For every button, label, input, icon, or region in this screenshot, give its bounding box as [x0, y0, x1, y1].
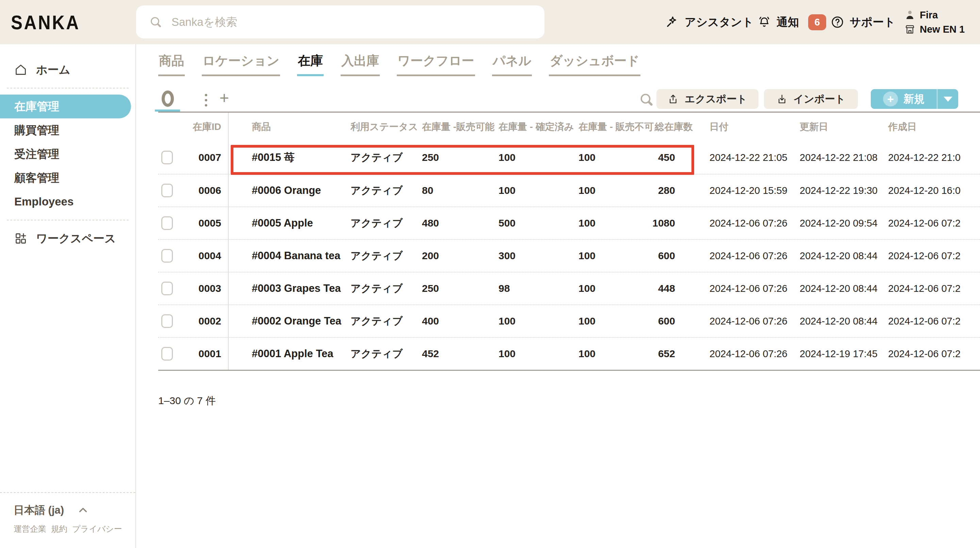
- sidebar-item-inventory[interactable]: 在庫管理: [0, 95, 131, 118]
- new-button[interactable]: + 新規: [871, 89, 958, 109]
- workspace-name: New EN 1: [920, 24, 965, 35]
- checkbox-cell: [158, 175, 189, 206]
- search-input[interactable]: [172, 16, 512, 29]
- row-checkbox[interactable]: [161, 184, 173, 197]
- cell-date: 2024-12-06 07:26: [694, 240, 783, 272]
- row-checkbox[interactable]: [161, 282, 173, 295]
- cell-updated: 2024-12-20 08:44: [783, 305, 873, 337]
- link-company[interactable]: 運営企業: [14, 524, 46, 534]
- column-header-committed[interactable]: 在庫量 - 確定済み: [495, 113, 575, 141]
- sidebar-item-label: 在庫管理: [14, 99, 59, 114]
- checkbox-cell: [158, 338, 189, 370]
- tab-products[interactable]: 商品: [158, 52, 185, 76]
- table-row[interactable]: 0002#0002 Orange Teaアクティブ400100100600202…: [158, 305, 980, 337]
- column-header-unsellable[interactable]: 在庫量 - 販売不可: [575, 113, 653, 141]
- sidebar-footer: 日本語 (ja) 運営企業 規約 プライバシー: [0, 492, 135, 548]
- cell-updated: 2024-12-20 08:44: [783, 272, 873, 305]
- store-icon: [904, 24, 915, 35]
- assistant-button[interactable]: アシスタント: [665, 0, 754, 44]
- cell-sellable: 452: [418, 338, 495, 370]
- notifications-button[interactable]: 通知 6: [757, 0, 826, 44]
- import-label: インポート: [794, 92, 846, 106]
- cell-total: 600: [653, 240, 694, 272]
- tab-workflows[interactable]: ワークフロー: [397, 52, 475, 76]
- column-header-sellable[interactable]: 在庫量 -販売可能: [418, 113, 495, 141]
- cell-unsellable: 100: [575, 141, 653, 174]
- export-button[interactable]: エクスポート: [656, 89, 759, 109]
- sidebar-item-employees[interactable]: Employees: [0, 190, 135, 214]
- cell-created: 2024-12-06 07:2: [873, 207, 980, 239]
- cell-updated: 2024-12-20 08:44: [783, 240, 873, 272]
- cell-id: 0001: [189, 338, 229, 370]
- sidebar-item-label: 受注管理: [14, 147, 59, 162]
- new-dropdown-button[interactable]: [937, 89, 958, 109]
- view-options-button[interactable]: [199, 92, 213, 108]
- row-checkbox[interactable]: [161, 347, 173, 361]
- help-icon: [830, 15, 845, 29]
- cell-updated: 2024-12-19 17:45: [783, 338, 873, 370]
- view-tab[interactable]: [158, 90, 183, 111]
- link-privacy[interactable]: プライバシー: [72, 524, 122, 534]
- checkbox-cell: [158, 207, 189, 239]
- cell-committed: 100: [495, 338, 575, 370]
- cell-id: 0004: [189, 240, 229, 272]
- column-header-updated[interactable]: 更新日: [783, 113, 873, 141]
- table-search-icon[interactable]: [639, 92, 654, 108]
- column-header-product[interactable]: 商品: [229, 113, 347, 141]
- table-row[interactable]: 0004#0004 Banana teaアクティブ200300100600202…: [158, 239, 980, 272]
- cell-product: #0002 Orange Tea: [229, 305, 347, 337]
- sidebar-item-label: Employees: [14, 195, 73, 208]
- table-row[interactable]: 0005#0005 Appleアクティブ48050010010802024-12…: [158, 206, 980, 239]
- global-search[interactable]: [136, 5, 544, 38]
- link-terms[interactable]: 規約: [51, 524, 67, 534]
- table-row-highlighted[interactable]: 0007#0015 苺アクティブ2501001004502024-12-22 2…: [158, 141, 980, 174]
- column-header-total[interactable]: 総在庫数: [653, 113, 694, 141]
- sidebar-item-workspace[interactable]: ワークスペース: [0, 227, 135, 250]
- row-checkbox[interactable]: [161, 216, 173, 230]
- sidebar-divider: [7, 220, 129, 221]
- app-logo: SANKA: [11, 0, 80, 44]
- cell-product: #0003 Grapes Tea: [229, 272, 347, 305]
- add-view-button[interactable]: +: [220, 88, 229, 108]
- cell-updated: 2024-12-20 09:54: [783, 207, 873, 239]
- row-checkbox[interactable]: [161, 314, 173, 328]
- new-label: 新規: [904, 92, 924, 106]
- table-row[interactable]: 0006#0006 Orangeアクティブ801001002802024-12-…: [158, 174, 980, 206]
- tab-in-out[interactable]: 入出庫: [340, 52, 380, 76]
- export-icon: [668, 94, 679, 105]
- row-checkbox[interactable]: [161, 249, 173, 263]
- tab-dashboards[interactable]: ダッシュボード: [549, 52, 640, 76]
- plus-icon: +: [883, 92, 898, 106]
- support-button[interactable]: サポート: [830, 0, 895, 44]
- sidebar-item-orders[interactable]: 受注管理: [0, 142, 135, 166]
- table-row[interactable]: 0001#0001 Apple Teaアクティブ4521001006522024…: [158, 337, 980, 370]
- column-header-date[interactable]: 日付: [694, 113, 783, 141]
- tab-panels[interactable]: パネル: [492, 52, 532, 76]
- sidebar-item-label: 購買管理: [14, 123, 59, 138]
- cell-id: 0002: [189, 305, 229, 337]
- cell-unsellable: 100: [575, 338, 653, 370]
- table-row[interactable]: 0003#0003 Grapes Teaアクティブ250981004482024…: [158, 272, 980, 305]
- chevron-up-icon: [78, 505, 89, 516]
- account-menu[interactable]: Fira New EN 1: [904, 0, 965, 44]
- column-header-status[interactable]: 利用ステータス: [347, 113, 418, 141]
- tab-inventory[interactable]: 在庫: [297, 52, 324, 76]
- import-button[interactable]: インポート: [764, 89, 858, 109]
- cell-date: 2024-12-06 07:26: [694, 338, 783, 370]
- sidebar-item-purchasing[interactable]: 購買管理: [0, 118, 135, 142]
- cell-id: 0007: [189, 141, 229, 174]
- cell-id: 0005: [189, 207, 229, 239]
- sidebar-item-home[interactable]: ホーム: [0, 58, 135, 82]
- tab-locations[interactable]: ロケーション: [202, 52, 280, 76]
- sidebar-item-customers[interactable]: 顧客管理: [0, 166, 135, 190]
- cell-status: アクティブ: [347, 175, 418, 206]
- language-selector[interactable]: 日本語 (ja): [14, 503, 135, 517]
- column-header-created[interactable]: 作成日: [873, 113, 980, 141]
- legal-links: 運営企業 規約 プライバシー: [14, 524, 135, 534]
- export-label: エクスポート: [685, 92, 747, 106]
- row-checkbox[interactable]: [161, 151, 173, 164]
- cell-status: アクティブ: [347, 141, 418, 174]
- cell-date: 2024-12-06 07:26: [694, 272, 783, 305]
- cell-committed: 100: [495, 305, 575, 337]
- column-header-id[interactable]: 在庫ID: [189, 113, 229, 141]
